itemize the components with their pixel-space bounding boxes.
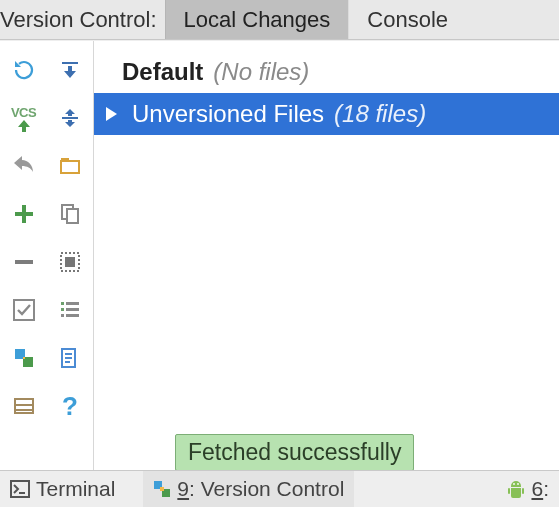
toolwindow-version-control[interactable]: 9: Version Control (143, 471, 354, 507)
checkbox-icon (13, 299, 35, 321)
refresh-button[interactable] (9, 55, 39, 85)
svg-rect-3 (15, 404, 33, 406)
help-icon: ? (62, 391, 78, 422)
minus-icon (13, 251, 35, 273)
list-button[interactable] (55, 295, 85, 325)
android-label: 6: (531, 477, 549, 501)
refresh-icon (12, 58, 36, 82)
svg-rect-0 (15, 260, 33, 264)
tab-console[interactable]: Console (348, 0, 466, 39)
main-panel: VCS (0, 40, 559, 470)
svg-rect-10 (67, 209, 78, 223)
expand-arrow-icon (104, 106, 118, 122)
svg-rect-20 (65, 353, 72, 355)
toolbar-left: VCS (0, 41, 47, 470)
svg-rect-7 (61, 161, 79, 173)
expand-button[interactable] (55, 55, 85, 85)
version-control-tabbar: Version Control: Local Changes Console (0, 0, 559, 40)
toolwindow-terminal[interactable]: Terminal (0, 471, 125, 507)
svg-rect-22 (65, 361, 70, 363)
copy-icon (59, 203, 81, 225)
expand-icon (59, 59, 81, 81)
collapse-icon (59, 107, 81, 129)
list-icon (59, 299, 81, 321)
vc-label: 9: Version Control (177, 477, 344, 501)
copy-button[interactable] (55, 199, 85, 229)
changelist-label: Default (122, 58, 203, 86)
folder-flat-icon (59, 156, 81, 176)
changes-button[interactable] (55, 343, 85, 373)
svg-rect-8 (61, 158, 69, 161)
status-tooltip: Fetched successfully (175, 434, 414, 471)
changelist-unversioned[interactable]: Unversioned Files (18 files) (94, 93, 559, 135)
svg-rect-17 (61, 314, 64, 317)
vcs-toolwindow-icon (153, 480, 171, 498)
svg-rect-25 (508, 488, 510, 494)
toolbar-secondary: ? (47, 41, 94, 470)
svg-point-27 (514, 483, 516, 485)
check-button[interactable] (9, 295, 39, 325)
svg-rect-13 (61, 302, 64, 305)
svg-rect-23 (11, 481, 29, 497)
remove-button[interactable] (9, 247, 39, 277)
preview-button[interactable] (55, 247, 85, 277)
svg-rect-12 (65, 257, 75, 267)
arrow-up-icon (16, 120, 32, 132)
svg-rect-18 (66, 314, 79, 317)
changelist-note: (18 files) (334, 100, 426, 128)
tab-local-changes[interactable]: Local Changes (165, 0, 349, 39)
vcs-button[interactable]: VCS (9, 103, 39, 133)
diff-button[interactable] (9, 343, 39, 373)
svg-rect-14 (66, 302, 79, 305)
changelist-note: (No files) (213, 58, 309, 86)
svg-rect-15 (61, 308, 64, 311)
collapse-button[interactable] (55, 103, 85, 133)
changelist-label: Unversioned Files (132, 100, 324, 128)
revert-button[interactable] (9, 151, 39, 181)
android-icon (507, 479, 525, 499)
add-button[interactable] (9, 199, 39, 229)
preview-icon (59, 251, 81, 273)
changelist-default[interactable]: Default (No files) (94, 51, 559, 93)
bottom-toolbar: Terminal 9: Version Control 6: (0, 470, 559, 507)
plus-icon (13, 203, 35, 225)
svg-rect-26 (522, 488, 524, 494)
panel-title: Version Control: (0, 0, 165, 39)
help-button[interactable]: ? (55, 391, 85, 421)
vcs-label: VCS (11, 105, 36, 120)
undo-icon (12, 156, 36, 176)
changes-list: Default (No files) Unversioned Files (18… (94, 41, 559, 470)
svg-rect-16 (66, 308, 79, 311)
shelve-button[interactable] (9, 391, 39, 421)
svg-point-28 (518, 483, 520, 485)
svg-rect-5 (62, 62, 78, 64)
shelve-icon (13, 395, 35, 417)
svg-rect-4 (15, 409, 33, 411)
group-button[interactable] (55, 151, 85, 181)
page-icon (59, 347, 81, 369)
svg-rect-6 (62, 117, 78, 119)
diff-icon (13, 347, 35, 369)
svg-rect-24 (19, 492, 25, 494)
terminal-label: Terminal (36, 477, 115, 501)
svg-rect-21 (65, 357, 72, 359)
toolwindow-android[interactable]: 6: (497, 471, 559, 507)
terminal-icon (10, 480, 30, 498)
